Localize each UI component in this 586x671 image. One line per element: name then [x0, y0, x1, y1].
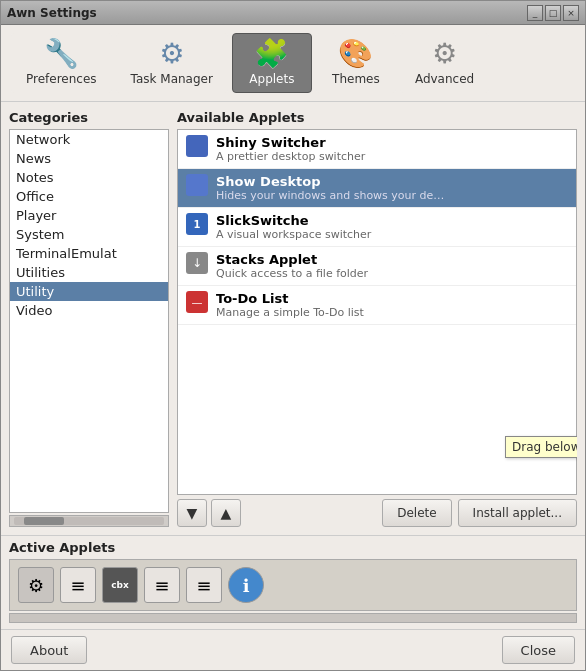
applet-show-desktop-text: Show Desktop Hides your windows and show… — [216, 174, 568, 202]
themes-icon: 🎨 — [338, 40, 373, 68]
applet-slick-switcher-desc: A visual workspace switcher — [216, 228, 568, 241]
applet-show-desktop[interactable]: Show Desktop Hides your windows and show… — [178, 169, 576, 208]
list1-icon: ≡ — [70, 575, 85, 596]
titlebar: Awn Settings _ □ × — [1, 1, 585, 25]
applet-todo-name: To-Do List — [216, 291, 568, 306]
applet-shiny-switcher-name: Shiny Switcher — [216, 135, 568, 150]
cbx-icon: cbx — [111, 580, 129, 590]
task-manager-icon: ⚙ — [159, 40, 184, 68]
applet-shiny-switcher-desc: A prettier desktop switcher — [216, 150, 568, 163]
category-notes[interactable]: Notes — [10, 168, 168, 187]
bottom-bar: About Close — [1, 629, 585, 670]
preferences-icon: 🔧 — [44, 40, 79, 68]
available-applets-title: Available Applets — [177, 110, 577, 125]
category-player[interactable]: Player — [10, 206, 168, 225]
tab-applets[interactable]: 🧩 Applets — [232, 33, 312, 93]
category-utility[interactable]: Utility — [10, 282, 168, 301]
applets-panel: Available Applets Shiny Switcher A prett… — [177, 110, 577, 527]
maximize-button[interactable]: □ — [545, 5, 561, 21]
drag-tooltip-text: Drag below or double click to act — [512, 440, 577, 454]
titlebar-buttons: _ □ × — [527, 5, 579, 21]
list2-icon: ≡ — [154, 575, 169, 596]
toolbar: 🔧 Preferences ⚙ Task Manager 🧩 Applets 🎨… — [1, 25, 585, 102]
applet-stacks-name: Stacks Applet — [216, 252, 568, 267]
applet-show-desktop-desc: Hides your windows and shows your de… — [216, 189, 568, 202]
main-area: Categories Network News Notes Office Pla… — [1, 102, 585, 535]
close-window-button[interactable]: × — [563, 5, 579, 21]
active-applet-gear[interactable]: ⚙ — [18, 567, 54, 603]
install-applet-button[interactable]: Install applet... — [458, 499, 577, 527]
tab-advanced-label: Advanced — [415, 72, 474, 86]
delete-button[interactable]: Delete — [382, 499, 451, 527]
applet-show-desktop-icon — [186, 174, 208, 196]
tab-applets-label: Applets — [249, 72, 294, 86]
category-news[interactable]: News — [10, 149, 168, 168]
applet-todo-text: To-Do List Manage a simple To-Do list — [216, 291, 568, 319]
applet-stacks[interactable]: ↓ Stacks Applet Quick access to a file f… — [178, 247, 576, 286]
applet-stacks-text: Stacks Applet Quick access to a file fol… — [216, 252, 568, 280]
applet-todo[interactable]: — To-Do List Manage a simple To-Do list — [178, 286, 576, 325]
category-office[interactable]: Office — [10, 187, 168, 206]
applets-icon: 🧩 — [254, 40, 289, 68]
tab-task-manager-label: Task Manager — [131, 72, 213, 86]
about-button[interactable]: About — [11, 636, 87, 664]
applet-slick-switcher-icon: 1 — [186, 213, 208, 235]
drag-tooltip: Drag below or double click to act — [505, 436, 577, 458]
tab-preferences-label: Preferences — [26, 72, 97, 86]
category-network[interactable]: Network — [10, 130, 168, 149]
tab-themes[interactable]: 🎨 Themes — [316, 33, 396, 93]
arrow-buttons: ▼ ▲ — [177, 499, 241, 527]
window-title: Awn Settings — [7, 6, 97, 20]
tab-task-manager[interactable]: ⚙ Task Manager — [116, 33, 228, 93]
applet-slick-switcher[interactable]: 1 SlickSwitche A visual workspace switch… — [178, 208, 576, 247]
down-arrow-icon: ▼ — [187, 505, 198, 521]
sidebar-scrollbar-track — [14, 517, 164, 525]
categories-title: Categories — [9, 110, 169, 125]
active-applets-title: Active Applets — [9, 540, 577, 555]
applet-shiny-switcher-text: Shiny Switcher A prettier desktop switch… — [216, 135, 568, 163]
applet-todo-icon: — — [186, 291, 208, 313]
active-applets-section: Active Applets ⚙ ≡ cbx ≡ ≡ ℹ — [1, 535, 585, 629]
active-applet-info[interactable]: ℹ — [228, 567, 264, 603]
action-buttons: Delete Install applet... — [382, 499, 577, 527]
active-applet-list1[interactable]: ≡ — [60, 567, 96, 603]
close-button[interactable]: Close — [502, 636, 575, 664]
applet-todo-desc: Manage a simple To-Do list — [216, 306, 568, 319]
category-utilities[interactable]: Utilities — [10, 263, 168, 282]
active-applets-bar: ⚙ ≡ cbx ≡ ≡ ℹ — [9, 559, 577, 611]
move-down-button[interactable]: ▼ — [177, 499, 207, 527]
categories-list[interactable]: Network News Notes Office Player System … — [9, 129, 169, 513]
active-applet-list3[interactable]: ≡ — [186, 567, 222, 603]
tab-themes-label: Themes — [332, 72, 380, 86]
sidebar-scrollbar-thumb — [24, 517, 64, 525]
active-applet-cbx[interactable]: cbx — [102, 567, 138, 603]
category-terminal-emulator[interactable]: TerminalEmulat — [10, 244, 168, 263]
gear-icon: ⚙ — [28, 575, 44, 596]
advanced-icon: ⚙ — [432, 40, 457, 68]
applet-shiny-switcher-icon — [186, 135, 208, 157]
info-icon: ℹ — [243, 575, 250, 596]
applet-stacks-desc: Quick access to a file folder — [216, 267, 568, 280]
category-system[interactable]: System — [10, 225, 168, 244]
list3-icon: ≡ — [196, 575, 211, 596]
up-arrow-icon: ▲ — [221, 505, 232, 521]
content-area: Categories Network News Notes Office Pla… — [1, 102, 585, 670]
applet-controls: ▼ ▲ Delete Install applet... — [177, 499, 577, 527]
applet-shiny-switcher[interactable]: Shiny Switcher A prettier desktop switch… — [178, 130, 576, 169]
active-applets-scrollbar[interactable] — [9, 613, 577, 623]
applet-show-desktop-name: Show Desktop — [216, 174, 568, 189]
sidebar-scrollbar[interactable] — [9, 515, 169, 527]
applet-slick-switcher-text: SlickSwitche A visual workspace switcher — [216, 213, 568, 241]
minimize-button[interactable]: _ — [527, 5, 543, 21]
applet-stacks-icon: ↓ — [186, 252, 208, 274]
categories-panel: Categories Network News Notes Office Pla… — [9, 110, 169, 527]
tab-preferences[interactable]: 🔧 Preferences — [11, 33, 112, 93]
tab-advanced[interactable]: ⚙ Advanced — [400, 33, 489, 93]
main-window: Awn Settings _ □ × 🔧 Preferences ⚙ Task … — [0, 0, 586, 671]
applet-slick-switcher-name: SlickSwitche — [216, 213, 568, 228]
active-applet-list2[interactable]: ≡ — [144, 567, 180, 603]
category-video[interactable]: Video — [10, 301, 168, 320]
move-up-button[interactable]: ▲ — [211, 499, 241, 527]
